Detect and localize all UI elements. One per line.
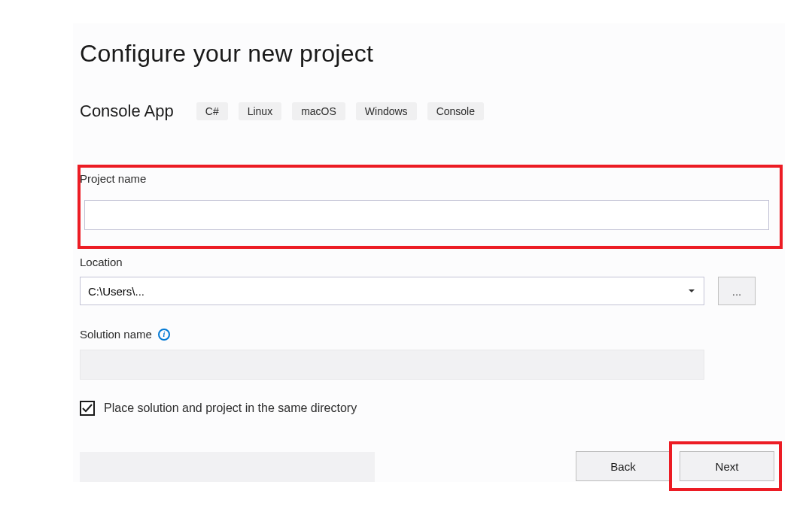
location-dropdown[interactable]: C:\Users\... [80,277,704,305]
project-name-input[interactable] [84,200,769,230]
solution-name-label-row: Solution name i [80,328,170,341]
tag-windows: Windows [356,102,417,120]
footer-placeholder [80,452,375,482]
location-value: C:\Users\... [88,285,144,298]
same-directory-checkbox-row[interactable]: Place solution and project in the same d… [80,401,357,416]
location-label: Location [80,256,123,268]
template-info-row: Console App C# Linux macOS Windows Conso… [80,101,484,121]
checkmark-icon [82,403,93,414]
same-directory-label: Place solution and project in the same d… [104,401,357,415]
same-directory-checkbox[interactable] [80,401,95,416]
project-name-label: Project name [80,172,146,185]
configure-project-panel: Configure your new project Console App C… [73,23,785,482]
chevron-down-icon [689,289,695,292]
browse-button[interactable]: ... [718,277,756,305]
tag-console: Console [427,102,484,120]
next-button[interactable]: Next [680,451,774,481]
back-button[interactable]: Back [576,451,671,481]
template-name: Console App [80,101,174,121]
location-row: C:\Users\... ... [80,277,756,305]
tag-linux: Linux [239,102,281,120]
tag-macos: macOS [292,102,345,120]
info-icon[interactable]: i [158,329,170,341]
solution-name-input[interactable] [80,350,704,380]
page-title: Configure your new project [80,40,373,68]
tag-csharp: C# [196,102,228,120]
solution-name-label: Solution name [80,328,152,341]
wizard-button-row: Back Next [576,451,774,481]
